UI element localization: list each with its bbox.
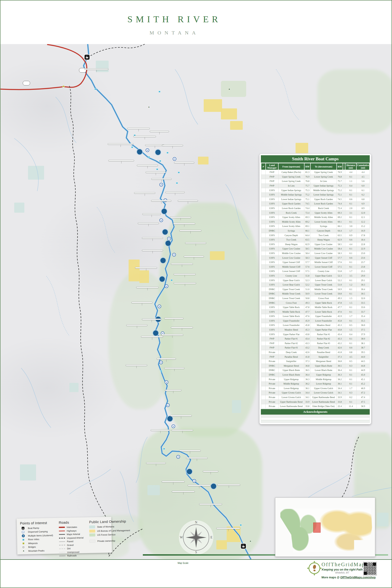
shop-link[interactable]: OffTheGridMaps.com/shop xyxy=(340,576,376,579)
row-spacer xyxy=(343,336,345,341)
row-to: County Line xyxy=(310,269,336,274)
row-from: Two Creek xyxy=(278,238,304,242)
row-distance: 0.9 xyxy=(345,233,357,238)
row-to: Meadow Bend xyxy=(310,323,336,328)
camp-label xyxy=(170,415,192,416)
row-check-cell xyxy=(261,202,266,206)
row-spacer xyxy=(343,400,345,404)
legend-roads-title: Roads xyxy=(59,520,83,524)
row-to-rm: 42.6 xyxy=(337,346,343,350)
legend-ownership-title: Public Land Ownership xyxy=(89,519,130,524)
row-check-cell xyxy=(261,310,266,314)
distance-header: Distance (mi) xyxy=(345,163,357,170)
table-row: Private Staigmiller 37.3 Merganser Bend … xyxy=(261,359,370,364)
row-from-rm: 76.9 xyxy=(304,174,311,179)
table-row: USFS Upper Bear Gulch 52.3 Lower Bear Gu… xyxy=(261,278,370,283)
row-to-rm: 75.7 xyxy=(337,179,343,184)
camp-label xyxy=(151,430,170,431)
row-distance: 1.7 xyxy=(345,314,357,319)
row-to-rm: 63.5 xyxy=(337,233,343,238)
legend-usfs: US Forest Service xyxy=(89,533,130,536)
row-check-cell xyxy=(261,355,266,359)
row-to: Upper Cow Coulee xyxy=(310,242,336,247)
row-land-manager: Private xyxy=(266,404,278,408)
row-check-cell xyxy=(261,301,266,305)
row-from-rm: 55.8 xyxy=(304,274,311,278)
row-from-rm: 43.8 xyxy=(304,332,311,337)
row-land-manager: USFS xyxy=(266,282,278,287)
row-cumulative: 47.2 xyxy=(356,391,370,395)
row-from-rm: 74.4 xyxy=(304,206,311,210)
row-distance: 0.1 xyxy=(345,305,357,310)
legend-item-label: Unimproved xyxy=(67,550,79,553)
legend-unimproved: Unimproved xyxy=(59,550,84,554)
row-distance: 0.1 xyxy=(345,341,357,346)
table-row: USFS County Line 55.8 Upper Bear Gulch 5… xyxy=(261,274,370,278)
row-to: Lower Cow Coulee xyxy=(310,251,336,256)
table-row: FWP Upper Spring Creek 76.9 Lower Spring… xyxy=(261,174,370,179)
row-distance: 0.5 xyxy=(345,323,357,328)
compass-rose-icon: N E S W xyxy=(179,520,213,555)
camp-label xyxy=(138,222,159,224)
legend-boat-ramp: Boat Ramp xyxy=(20,526,53,530)
row-spacer xyxy=(343,346,345,350)
row-to: Lower Trout Creek xyxy=(310,292,336,296)
row-distance: 0.1 xyxy=(345,220,357,224)
legend-item-label: Highways xyxy=(66,529,76,532)
row-from-rm: 34.4 xyxy=(304,391,311,395)
legend-icon xyxy=(20,542,26,544)
row-to: Sheep Wagon xyxy=(310,238,336,242)
row-distance: 4.4 xyxy=(345,242,357,247)
legend-highways: Highways xyxy=(59,529,83,532)
row-to: Parker Flat #2 xyxy=(310,336,336,341)
row-to: In Lieu xyxy=(310,179,336,184)
row-distance: 4.5 xyxy=(345,355,357,359)
row-from: Camp Baker (Put-In) xyxy=(278,170,304,174)
row-check-cell xyxy=(261,192,266,197)
row-to: Upper Ridgetop xyxy=(310,372,336,377)
row-from-rm: 72.4 xyxy=(304,210,311,215)
row-to-rm: 45.8 xyxy=(337,318,343,323)
row-check-cell xyxy=(261,400,266,404)
row-distance: 1.7 xyxy=(345,386,357,391)
row-to: Lower Black Butte xyxy=(310,368,336,373)
row-distance: 0.1 xyxy=(345,368,357,373)
row-cumulative: 36.0 xyxy=(356,323,370,328)
row-from: Upper Table Rock xyxy=(278,305,304,310)
row-spacer xyxy=(343,269,345,274)
row-cumulative: 39.5 xyxy=(356,350,370,355)
camp-label xyxy=(151,200,171,202)
row-cumulative: 45.2 xyxy=(356,382,370,386)
legend-ownership-items: State of Montana US Bureau of Land Manag… xyxy=(89,525,130,543)
spacer-header xyxy=(343,163,345,170)
camp-label xyxy=(186,457,208,459)
row-from: Upper Bear Gulch xyxy=(278,278,304,283)
row-distance: 1.2 xyxy=(345,282,357,287)
row-check-cell xyxy=(261,206,266,210)
table-row: Private Upper Rattlesnake Bend 33.9 Lowe… xyxy=(261,400,370,404)
dispersed-camping-icon xyxy=(165,284,168,288)
cluster-marker xyxy=(156,150,161,155)
row-from-rm: 50.9 xyxy=(304,292,311,296)
qr-code xyxy=(363,562,376,575)
row-from-rm: 62.9 xyxy=(304,242,311,247)
table-row: DNRC Crows Foot 49.3 Upper Table Rock 47… xyxy=(261,301,370,305)
montana-state-shape xyxy=(275,498,375,556)
table-row: DNRC Merganser Bend 36.8 Upper Black But… xyxy=(261,364,370,368)
legend-item-label: Unpaved Arterial xyxy=(67,536,84,539)
row-spacer xyxy=(343,301,345,305)
camp-label xyxy=(150,131,169,132)
row-from-rm: 57.7 xyxy=(304,260,311,264)
table-row: USFS Meadow Bend 45.3 Upper Parker Flat … xyxy=(261,328,370,332)
row-distance: 3.1 xyxy=(345,210,357,215)
row-to-rm: 69.1 xyxy=(337,220,343,224)
table-row: FWP Paradise Bend 41.8 Staigmiller 37.3 … xyxy=(261,355,370,359)
row-to: Upper Givens Gulch xyxy=(310,386,336,391)
dispersed-camping-icon xyxy=(158,304,161,308)
row-land-manager: USFS xyxy=(266,260,278,264)
row-to: Deep Creek xyxy=(310,346,336,350)
camp-label xyxy=(145,144,164,146)
row-from: Middle Sunset Cliff xyxy=(278,264,304,269)
row-distance: 0.4 xyxy=(345,332,357,337)
row-land-manager: USFS xyxy=(266,215,278,220)
